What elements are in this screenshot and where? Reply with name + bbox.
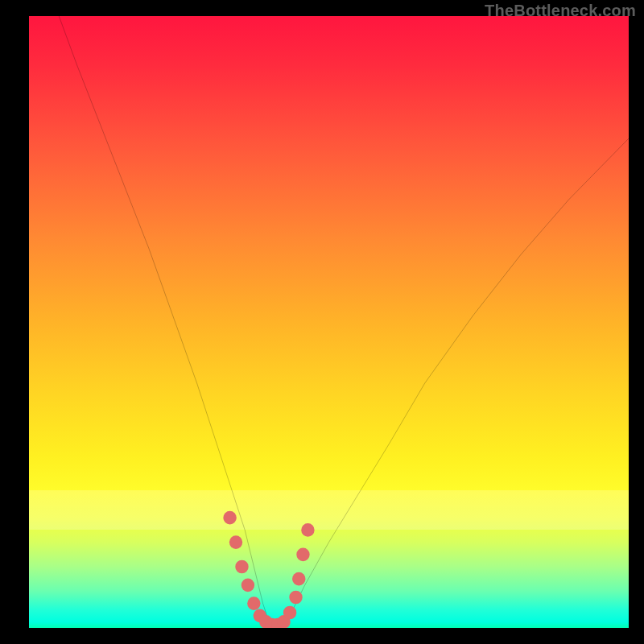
marker-dot: [235, 560, 248, 574]
highlight-markers: [223, 511, 314, 628]
marker-dot: [289, 591, 302, 605]
bottleneck-curve: [29, 16, 629, 628]
marker-dot: [223, 511, 236, 525]
marker-dot: [242, 578, 254, 592]
marker-dot: [296, 547, 309, 561]
marker-dot: [301, 523, 314, 537]
marker-dot: [283, 606, 296, 620]
curve-line: [59, 16, 629, 628]
marker-dot: [247, 597, 260, 610]
marker-dot: [229, 535, 242, 549]
marker-dot: [292, 572, 305, 586]
chart-plot-area: [29, 16, 629, 628]
watermark-text: TheBottleneck.com: [485, 2, 636, 20]
